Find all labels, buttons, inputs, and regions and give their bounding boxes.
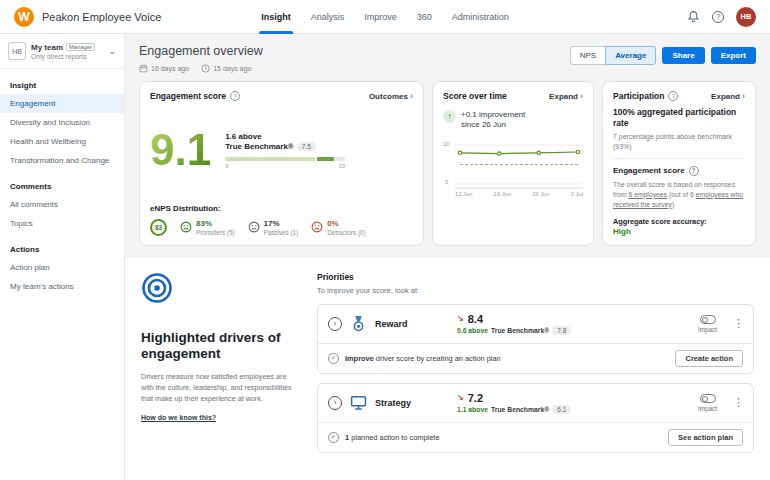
detractors-frown-icon <box>311 221 323 233</box>
share-button[interactable]: Share <box>662 47 704 64</box>
impact-toggle-icon[interactable] <box>700 315 716 324</box>
impact-toggle-icon[interactable] <box>700 394 716 403</box>
engagement-score-card: Engagement score ? Outcomes › 9.1 1.6 ab… <box>139 81 424 246</box>
driver-score-value: 7.2 <box>468 392 483 404</box>
sidebar-section-title: Insight <box>0 77 124 94</box>
tab-administration[interactable]: Administration <box>452 0 509 34</box>
round-closed-meta: 15 days ago <box>201 64 251 73</box>
driver-footer-text: Improve driver score by creating an acti… <box>345 354 501 363</box>
clock-icon <box>201 64 210 73</box>
tab-360[interactable]: 360 <box>417 0 432 34</box>
scale-min-label: 0 <box>225 163 228 169</box>
round-closed-label: 15 days ago <box>213 65 251 72</box>
check-circle-icon: ✓ <box>328 432 339 443</box>
passives-label: Passives (1) <box>264 229 299 236</box>
drivers-description: Drivers measure how satisfied employees … <box>141 372 299 404</box>
participation-card: Participation ? Expand › 100% aggregated… <box>602 81 756 246</box>
sidebar-item-diversity-and-inclusion[interactable]: Diversity and Inclusion <box>0 113 124 132</box>
impact-control[interactable]: Impact <box>698 315 717 333</box>
tab-insight[interactable]: Insight <box>261 0 291 34</box>
outcomes-link-label: Outcomes <box>369 92 408 101</box>
passives-neutral-icon <box>248 221 260 233</box>
sidebar-item-action-plan[interactable]: Action plan <box>0 258 124 277</box>
sidebar-item-my-teams-actions[interactable]: My team's actions <box>0 277 124 296</box>
driver-delta: 0.6 above <box>457 327 488 334</box>
y-tick-label: 5 <box>445 179 448 185</box>
trend-down-icon: ↘ <box>457 314 464 323</box>
score-text-part: (out of 6 <box>667 191 696 198</box>
passives-stat: 17% Passives (1) <box>248 219 299 236</box>
tab-improve[interactable]: Improve <box>364 0 397 34</box>
user-avatar[interactable]: HB <box>736 7 756 27</box>
enps-score-badge: 83 <box>150 219 167 236</box>
participation-rate-sub: 7 percentage points above benchmark (93%… <box>613 132 745 151</box>
calendar-icon <box>139 64 148 73</box>
sidebar-item-engagement[interactable]: Engagement <box>0 94 124 113</box>
scale-max-label: 10 <box>338 163 345 169</box>
brand-title: Peakon Employee Voice <box>42 11 161 23</box>
tab-analysis[interactable]: Analysis <box>311 0 345 34</box>
nps-toggle-button[interactable]: NPS <box>570 46 605 65</box>
driver-card-reward: › Reward ↘ 8.4 0.6 above True Benchmark®… <box>317 304 754 374</box>
driver-expand-icon[interactable]: › <box>328 317 342 331</box>
driver-score-group: ↘ 7.2 1.1 above True Benchmark® 6.1 <box>457 392 607 414</box>
benchmark-value-badge: 7.5 <box>297 142 316 151</box>
accuracy-label: Aggregate score accuracy: <box>613 217 745 226</box>
employees-link[interactable]: 6 employees <box>628 191 667 198</box>
improvement-callout: ↑ +0.1 improvement since 26 Jun <box>443 110 583 131</box>
participation-help-icon[interactable]: ? <box>668 91 678 101</box>
see-action-plan-button[interactable]: See action plan <box>668 429 743 446</box>
driver-name: Reward <box>375 319 449 329</box>
create-action-button[interactable]: Create action <box>675 350 743 367</box>
detractors-label: Detractors (0) <box>327 229 366 236</box>
sidebar-item-health-and-wellbeing[interactable]: Health and Wellbeing <box>0 132 124 151</box>
engagement-score-title: Engagement score <box>150 91 226 101</box>
driver-delta: 1.1 above <box>457 406 488 413</box>
how-do-we-know-link[interactable]: How do we know this? <box>141 414 216 421</box>
driver-score-value: 8.4 <box>468 313 483 325</box>
trend-chart-wrap: 10 5 <box>443 139 583 189</box>
kebab-menu-icon[interactable]: ⋮ <box>733 317 743 330</box>
participation-score-title: Engagement score <box>613 166 685 175</box>
impact-control[interactable]: Impact <box>698 394 717 412</box>
help-icon[interactable]: ? <box>712 11 724 23</box>
participation-score-help-icon[interactable]: ? <box>689 166 699 176</box>
context-switcher[interactable]: HB My team Manager Only direct reports ⌄ <box>0 34 124 69</box>
improvement-up-arrow-icon: ↑ <box>443 110 456 123</box>
trend-expand-link[interactable]: Expand › <box>549 91 583 101</box>
drivers-heading: Highlighted drivers of engagement <box>141 330 299 364</box>
sidebar-item-topics[interactable]: Topics <box>0 214 124 233</box>
sidebar-section-title: Actions <box>0 241 124 258</box>
notifications-bell-icon[interactable] <box>687 10 700 23</box>
participation-rate-headline: 100% aggregated participation rate <box>613 107 745 129</box>
sidebar-section-actions: Actions Action plan My team's actions <box>0 233 124 296</box>
survey-date-meta: 16 days ago <box>139 64 189 73</box>
chevron-right-icon: › <box>580 91 583 101</box>
y-tick-label: 10 <box>443 141 450 147</box>
x-tick-label: 12 Jun <box>455 191 472 197</box>
driver-footer-text: 1 planned action to complete <box>345 433 440 442</box>
sidebar-section-insight: Insight Engagement Diversity and Inclusi… <box>0 69 124 170</box>
participation-expand-link[interactable]: Expand › <box>711 91 745 101</box>
driver-expand-icon[interactable]: › <box>328 396 342 410</box>
engagement-score-help-icon[interactable]: ? <box>230 91 240 101</box>
impact-label: Impact <box>698 405 717 412</box>
driver-score-group: ↘ 8.4 0.6 above True Benchmark® 7.8 <box>457 313 607 335</box>
sidebar-item-all-comments[interactable]: All comments <box>0 195 124 214</box>
driver-row[interactable]: › Reward ↘ 8.4 0.6 above True Benchmark®… <box>318 305 753 343</box>
outcomes-link[interactable]: Outcomes › <box>369 91 413 101</box>
benchmark-delta: 1.6 above <box>225 132 345 141</box>
export-button[interactable]: Export <box>711 47 756 64</box>
average-toggle-button[interactable]: Average <box>605 46 656 65</box>
chevron-right-icon: › <box>742 91 745 101</box>
benchmark-block: 1.6 above True Benchmark® 7.5 0 10 <box>225 132 345 169</box>
team-avatar: HB <box>8 42 26 60</box>
driver-row[interactable]: › Strategy ↘ 7.2 1.1 above True Benchmar… <box>318 384 753 422</box>
driver-card-strategy: › Strategy ↘ 7.2 1.1 above True Benchmar… <box>317 383 754 453</box>
engagement-score-value: 9.1 <box>150 129 211 171</box>
sidebar-item-transformation-and-change[interactable]: Transformation and Change <box>0 151 124 170</box>
driver-benchmark-badge: 6.1 <box>552 405 571 414</box>
summary-cards-row: Engagement score ? Outcomes › 9.1 1.6 ab… <box>125 81 770 246</box>
divider <box>613 158 745 159</box>
kebab-menu-icon[interactable]: ⋮ <box>733 396 743 409</box>
